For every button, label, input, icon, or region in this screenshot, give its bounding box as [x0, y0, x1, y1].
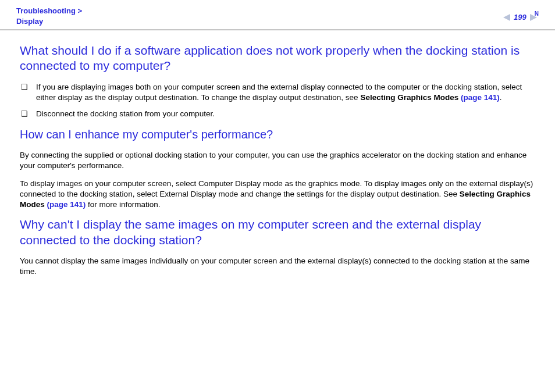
n-mark: N: [535, 10, 539, 17]
question-1-heading: What should I do if a software applicati…: [20, 43, 535, 74]
list-item: Disconnect the docking station from your…: [20, 109, 535, 119]
question-1-list: If you are displaying images both on you…: [20, 82, 535, 120]
text: for more information.: [86, 200, 160, 209]
page-content: What should I do if a software applicati…: [0, 30, 555, 277]
paragraph: By connecting the supplied or optional d…: [20, 150, 535, 171]
prev-page-icon[interactable]: [503, 14, 510, 21]
question-2-heading: How can I enhance my computer's performa…: [20, 127, 535, 142]
breadcrumb[interactable]: Troubleshooting > Display: [16, 6, 82, 26]
text: .: [500, 93, 502, 102]
page-link[interactable]: (page 141): [461, 93, 500, 102]
breadcrumb-line2: Display: [16, 16, 82, 27]
text: To display images on your computer scree…: [20, 179, 533, 198]
page-link[interactable]: (page 141): [47, 200, 86, 209]
page-header: Troubleshooting > Display 199 N: [0, 0, 555, 30]
paragraph: You cannot display the same images indiv…: [20, 256, 535, 277]
question-3-heading: Why can't I display the same images on m…: [20, 217, 535, 248]
pager: 199 N: [503, 13, 539, 22]
page-number: 199: [514, 13, 526, 22]
breadcrumb-line1: Troubleshooting >: [16, 6, 82, 16]
bold-text: Selecting Graphics Modes: [360, 93, 461, 102]
paragraph: To display images on your computer scree…: [20, 179, 535, 211]
list-item: If you are displaying images both on you…: [20, 82, 535, 103]
